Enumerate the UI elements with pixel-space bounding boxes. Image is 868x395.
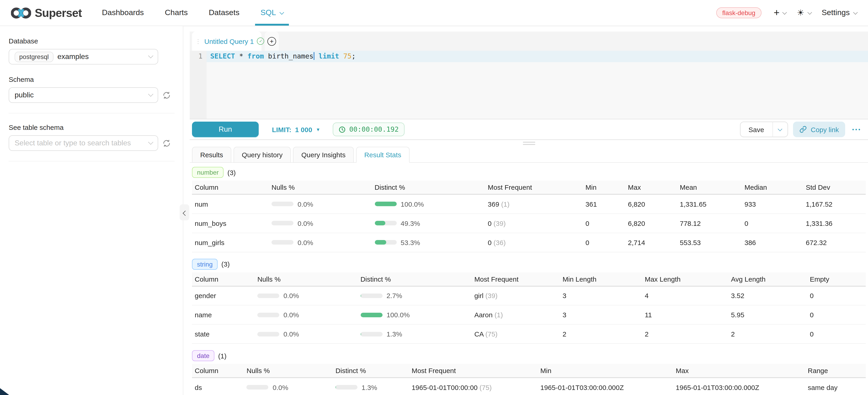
schema-select[interactable]: public bbox=[9, 87, 158, 103]
table-row: num_girls0.0%53.3%0 (36)02,714553.533866… bbox=[192, 233, 866, 252]
stat-value: 0 bbox=[807, 286, 866, 305]
chevron-down-icon bbox=[807, 10, 812, 14]
stat-value: 1,331.36 bbox=[803, 213, 866, 233]
column-header: Empty bbox=[807, 272, 866, 286]
stat-value: 3 bbox=[560, 305, 642, 324]
progress-bar bbox=[336, 385, 358, 390]
stat-value: 6,820 bbox=[625, 213, 677, 233]
stat-value: 2 bbox=[728, 324, 807, 343]
new-item-menu[interactable]: + bbox=[774, 8, 786, 18]
sidebar-divider bbox=[9, 113, 175, 113]
percent-value: 100.0% bbox=[401, 200, 424, 208]
new-query-tab-button[interactable]: + bbox=[265, 32, 279, 51]
date-type-tag: date bbox=[192, 350, 215, 361]
nav-item-charts[interactable]: Charts bbox=[165, 0, 188, 26]
sql-token bbox=[314, 52, 318, 60]
percent-value: 2.7% bbox=[386, 292, 402, 300]
table-row: num0.0%100.0%369 (1)3616,8201,331.659331… bbox=[192, 194, 866, 213]
nav-item-datasets[interactable]: Datasets bbox=[209, 0, 239, 26]
theme-menu[interactable]: ☀ bbox=[797, 8, 811, 18]
column-header: Column bbox=[192, 364, 244, 377]
result-tab-result-stats[interactable]: Result Stats bbox=[356, 147, 409, 163]
table-row: state0.0%1.3%CA (75)2220 bbox=[192, 324, 866, 343]
most-frequent-cell: CA (75) bbox=[471, 324, 560, 343]
stat-value: 361 bbox=[583, 194, 625, 213]
refresh-icon[interactable] bbox=[162, 139, 171, 147]
percent-value: 0.0% bbox=[298, 238, 313, 246]
stat-value: 933 bbox=[742, 194, 803, 213]
sql-token: SELECT bbox=[210, 52, 235, 60]
superset-logo[interactable]: Superset bbox=[11, 6, 82, 20]
table-select[interactable]: Select table or type to search tables bbox=[9, 135, 158, 151]
save-options-button[interactable] bbox=[772, 122, 788, 137]
plus-icon: + bbox=[774, 8, 780, 18]
query-timer: 00:00:00.192 bbox=[333, 123, 405, 136]
chevron-left-icon bbox=[183, 211, 188, 216]
column-header: Nulls % bbox=[255, 272, 358, 286]
progress-bar bbox=[375, 240, 397, 245]
chevron-down-icon bbox=[148, 53, 153, 58]
column-header: Max bbox=[673, 364, 805, 377]
table-row: ds0.0%1.3%1965-01-01T00:00:00 (75)1965-0… bbox=[192, 377, 866, 395]
stat-value: 0 bbox=[583, 233, 625, 252]
brand-name: Superset bbox=[35, 6, 82, 20]
column-header: Column bbox=[192, 181, 269, 194]
editor-resize-handle[interactable] bbox=[190, 140, 868, 147]
progress-bar bbox=[257, 312, 279, 317]
stat-value: 3 bbox=[560, 286, 642, 305]
limit-dropdown[interactable]: LIMIT: 1 000 ▼ bbox=[272, 125, 320, 133]
line-number: 1 bbox=[190, 51, 203, 62]
refresh-icon[interactable] bbox=[162, 91, 171, 99]
progress-bar bbox=[257, 294, 279, 298]
drag-handle-icon[interactable]: ⋮ bbox=[195, 38, 201, 44]
query-tab[interactable]: ⋮ Untitled Query 1 ✓ × bbox=[192, 32, 261, 51]
progress-bar bbox=[361, 332, 382, 336]
stat-value: 0 bbox=[807, 305, 866, 324]
column-name: num_girls bbox=[192, 233, 269, 252]
top-nav: Superset Dashboards Charts Datasets SQL … bbox=[0, 0, 868, 26]
collapse-sidebar-button[interactable] bbox=[180, 204, 189, 220]
column-header: Range bbox=[805, 364, 866, 377]
stat-value: 2,714 bbox=[625, 233, 677, 252]
most-frequent-cell: 0 (36) bbox=[485, 233, 583, 252]
sql-code-line[interactable]: SELECT * from birth_names limit 75; bbox=[207, 51, 868, 62]
nav-item-dashboards[interactable]: Dashboards bbox=[102, 0, 144, 26]
sql-token: birth_names bbox=[264, 52, 314, 60]
stat-value: 1,331.65 bbox=[677, 194, 742, 213]
sql-token: limit bbox=[318, 52, 339, 60]
editor-gutter: 1 bbox=[190, 51, 207, 119]
copy-link-button[interactable]: Copy link bbox=[793, 122, 845, 137]
result-stats-panel: number(3)ColumnNulls %Distinct %Most Fre… bbox=[192, 167, 866, 395]
check-circle-icon: ✓ bbox=[257, 37, 265, 45]
link-icon bbox=[799, 126, 807, 133]
percent-value: 0.0% bbox=[283, 311, 299, 318]
column-header: Min Length bbox=[560, 272, 642, 286]
save-split-button: Save bbox=[740, 122, 788, 137]
run-button[interactable]: Run bbox=[192, 122, 259, 137]
column-header: Most Frequent bbox=[485, 181, 583, 194]
page-body: Database postgresql examples Schema publ… bbox=[0, 26, 868, 395]
stat-value: 2 bbox=[642, 324, 728, 343]
column-count: (3) bbox=[221, 260, 230, 268]
result-tab-results[interactable]: Results bbox=[192, 147, 231, 163]
sidebar: Database postgresql examples Schema publ… bbox=[0, 26, 183, 395]
most-frequent-cell: girl (39) bbox=[471, 286, 560, 305]
database-select[interactable]: postgresql examples bbox=[9, 49, 158, 64]
sql-code-editor[interactable]: 1 SELECT * from birth_names limit 75; bbox=[190, 51, 868, 119]
column-count: (3) bbox=[227, 169, 236, 176]
nav-item-sql[interactable]: SQL bbox=[260, 0, 283, 26]
percent-value: 1.3% bbox=[362, 384, 377, 391]
sql-token: from bbox=[248, 52, 264, 60]
settings-menu[interactable]: Settings bbox=[822, 8, 857, 18]
query-tab-title: Untitled Query 1 bbox=[204, 37, 254, 45]
date-section: date(1)ColumnNulls %Distinct %Most Frequ… bbox=[192, 350, 866, 395]
save-button[interactable]: Save bbox=[740, 122, 772, 137]
schema-value: public bbox=[14, 91, 34, 99]
chevron-down-icon bbox=[853, 10, 858, 14]
result-tab-query-insights[interactable]: Query Insights bbox=[293, 147, 353, 163]
database-label: Database bbox=[9, 37, 183, 45]
ellipsis-icon[interactable]: ••• bbox=[852, 127, 862, 132]
chevron-down-icon bbox=[778, 126, 782, 131]
result-tab-query-history[interactable]: Query history bbox=[234, 147, 291, 163]
nav-menu: Dashboards Charts Datasets SQL bbox=[102, 0, 283, 26]
